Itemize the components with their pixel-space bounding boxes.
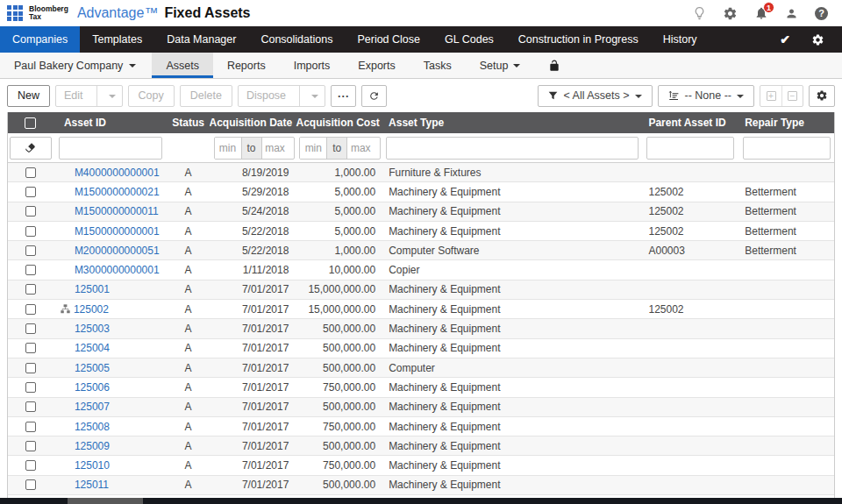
row-checkbox[interactable] [25, 323, 36, 334]
acquisition-date-cell: 5/29/2018 [210, 186, 296, 198]
row-checkbox[interactable] [25, 167, 36, 178]
copy-button[interactable]: Copy [128, 85, 175, 107]
lightbulb-icon[interactable] [693, 6, 706, 20]
row-checkbox[interactable] [25, 304, 36, 315]
tab-setup[interactable]: Setup [466, 53, 535, 78]
unlock-icon[interactable] [548, 60, 560, 72]
col-header-repair-type[interactable]: Repair Type [739, 117, 834, 129]
asset-id-link[interactable]: M4000000000001 [75, 167, 160, 179]
main-nav-item-gl-codes[interactable]: GL Codes [432, 26, 506, 53]
row-checkbox[interactable] [25, 187, 36, 197]
asset-id-link[interactable]: M2000000000051 [75, 245, 160, 257]
date-max-input[interactable] [262, 138, 289, 159]
col-header-status[interactable]: Status [168, 117, 210, 129]
collapse-all-button[interactable]: − [781, 86, 803, 106]
date-min-input[interactable] [215, 138, 241, 159]
bloomberg-grid-logo-icon[interactable] [7, 5, 23, 21]
nav-gear-icon[interactable] [811, 33, 824, 46]
asset-id-link[interactable]: 125011 [75, 479, 109, 491]
tab-reports[interactable]: Reports [213, 53, 280, 78]
sort-selector-button[interactable]: -- None -- [658, 85, 754, 107]
cost-max-input[interactable] [347, 138, 374, 159]
row-checkbox[interactable] [25, 401, 36, 412]
user-icon[interactable] [785, 7, 798, 20]
col-header-acquisition-cost[interactable]: Acquisition Cost [295, 117, 381, 129]
scrollbar-thumb[interactable] [68, 498, 143, 504]
more-actions-button[interactable]: ... [331, 85, 356, 107]
asset-id-link[interactable]: 125006 [75, 381, 110, 394]
acquisition-date-cell: 7/01/2017 [210, 479, 296, 491]
asset-id-filter-input[interactable] [59, 137, 162, 160]
main-nav-item-templates[interactable]: Templates [80, 26, 154, 53]
row-checkbox[interactable] [25, 343, 36, 353]
asset-id-link[interactable]: M3000000000001 [75, 264, 160, 276]
grid-toolbar: New Edit Copy Delete Dispose ... < All A… [0, 79, 842, 112]
new-button[interactable]: New [7, 85, 50, 107]
row-checkbox[interactable] [25, 460, 36, 471]
asset-type-filter-input[interactable] [386, 137, 639, 160]
col-header-acquisition-date[interactable]: Acquisition Date [210, 117, 296, 129]
main-nav-item-companies[interactable]: Companies [0, 26, 80, 53]
delete-button[interactable]: Delete [180, 85, 232, 107]
row-checkbox[interactable] [25, 382, 36, 393]
edit-dropdown-caret-icon[interactable] [103, 94, 122, 98]
expand-collapse-group: + − [760, 85, 803, 107]
dispose-dropdown-caret-icon[interactable] [305, 94, 325, 98]
row-checkbox[interactable] [25, 265, 36, 275]
row-checkbox[interactable] [25, 441, 36, 451]
cost-min-input[interactable] [300, 138, 326, 159]
row-checkbox-cell [8, 479, 54, 490]
main-nav-item-construction-in-progress[interactable]: Construction in Progress [506, 26, 651, 53]
main-nav-item-history[interactable]: History [651, 26, 710, 53]
main-nav-item-consolidations[interactable]: Consolidations [248, 26, 345, 53]
edit-button[interactable]: Edit [55, 85, 123, 107]
help-icon[interactable]: ? [815, 7, 828, 20]
asset-id-link[interactable]: 125004 [75, 342, 110, 354]
horizontal-scrollbar[interactable] [0, 498, 842, 504]
repair-type-filter-input[interactable] [743, 137, 831, 160]
asset-id-link[interactable]: M1500000000011 [75, 205, 159, 217]
tab-assets[interactable]: Assets [152, 53, 213, 78]
col-header-asset-type[interactable]: Asset Type [381, 117, 643, 129]
asset-id-link[interactable]: 125005 [75, 362, 110, 374]
grid-settings-button[interactable] [809, 85, 835, 107]
dispose-button[interactable]: Dispose [238, 85, 325, 107]
select-all-checkbox[interactable] [25, 117, 36, 129]
asset-id-link[interactable]: 125008 [75, 421, 110, 433]
settings-gear-icon[interactable] [723, 6, 738, 21]
validation-check-icon[interactable]: ✔ [780, 32, 790, 46]
row-checkbox[interactable] [25, 245, 36, 256]
assets-grid: Asset ID Status Acquisition Date Acquisi… [7, 112, 835, 504]
expand-all-button[interactable]: + [760, 86, 781, 106]
asset-id-link[interactable]: 125003 [75, 323, 110, 335]
filter-selector-button[interactable]: < All Assets > [538, 85, 652, 107]
refresh-button[interactable] [361, 85, 387, 107]
row-checkbox[interactable] [25, 284, 36, 295]
asset-id-cell: M3000000000001 [54, 264, 168, 276]
row-checkbox[interactable] [25, 363, 36, 373]
clear-filters-button[interactable] [10, 137, 52, 160]
row-checkbox[interactable] [25, 226, 36, 237]
notifications-bell-icon[interactable]: 1 [754, 6, 768, 20]
main-nav-item-data-manager[interactable]: Data Manager [154, 26, 248, 53]
col-header-parent-asset-id[interactable]: Parent Asset ID [643, 117, 739, 129]
row-checkbox[interactable] [25, 422, 36, 432]
parent-asset-id-filter-input[interactable] [646, 137, 734, 160]
col-header-asset-id[interactable]: Asset ID [54, 117, 168, 129]
row-checkbox[interactable] [25, 206, 36, 217]
row-checkbox[interactable] [25, 479, 36, 490]
asset-id-link[interactable]: 125002 [74, 303, 109, 316]
asset-id-link[interactable]: 125009 [75, 440, 110, 452]
company-selector[interactable]: Paul Bakery Company [0, 53, 152, 78]
asset-id-link[interactable]: M1500000000001 [75, 225, 160, 238]
asset-id-link[interactable]: 125007 [75, 401, 110, 413]
tab-tasks[interactable]: Tasks [410, 53, 466, 78]
grid-gear-icon [816, 89, 828, 102]
asset-id-link[interactable]: M1500000000021 [75, 186, 160, 198]
main-nav-item-period-close[interactable]: Period Close [345, 26, 432, 53]
tab-imports[interactable]: Imports [280, 53, 345, 78]
asset-id-link[interactable]: 125001 [75, 283, 110, 295]
asset-id-link[interactable]: 125010 [75, 459, 110, 472]
row-checkbox-cell [8, 382, 54, 393]
tab-exports[interactable]: Exports [344, 53, 409, 78]
